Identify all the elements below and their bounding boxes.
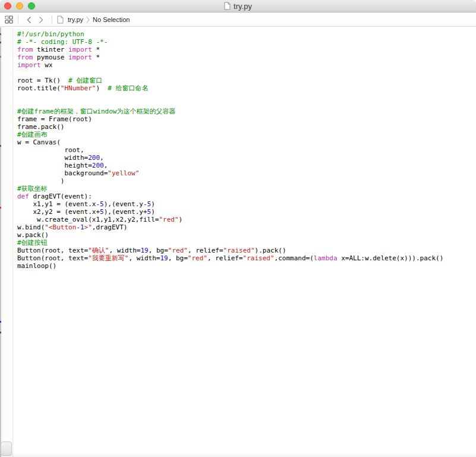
forward-button[interactable] [35, 14, 47, 25]
code-line: x1,y1 = (event.x-5),(event.y-5) [17, 200, 476, 208]
window-title-text: try.py [234, 2, 252, 11]
code-line: Button(root, text="我要重新写", width=19, bg=… [17, 254, 476, 262]
code-line: #!/usr/bin/python [17, 30, 476, 38]
code-line: height=200, [17, 162, 476, 169]
code-line [17, 69, 476, 77]
breakpoint-gutter[interactable] [1, 27, 13, 457]
breadcrumb-file[interactable]: try.py [67, 16, 84, 23]
back-button[interactable] [23, 14, 35, 25]
document-icon [224, 2, 231, 10]
jump-bar: try.py No Selection [0, 13, 476, 27]
traffic-lights [4, 2, 35, 10]
editor-window: try.py try.py [0, 0, 476, 457]
code-line: from tkinter import * [17, 46, 476, 53]
code-line: w = Canvas( [17, 138, 476, 146]
code-line: Button(root, text="确认", width=19, bg="re… [17, 247, 476, 254]
code-line: ) [17, 177, 476, 185]
window-title: try.py [224, 2, 252, 11]
scroll-corner [1, 442, 12, 456]
code-line: root = Tk() # 创建窗口 [17, 77, 476, 84]
code-line [17, 100, 476, 108]
code-line [17, 92, 476, 100]
file-icon [57, 15, 64, 24]
breadcrumb-selection[interactable]: No Selection [92, 16, 131, 23]
code-line: import wx [17, 61, 476, 69]
related-items-icon[interactable] [5, 15, 13, 24]
code-line: w.bind("<Button-1>",dragEVT) [17, 223, 476, 231]
code-line: width=200, [17, 154, 476, 162]
code-line: root, [17, 146, 476, 154]
code-line: w.pack() [17, 231, 476, 239]
code-editor[interactable]: #!/usr/bin/python# -*- coding: UTF-8 -*-… [0, 27, 476, 457]
code-line: frame = Frame(root) [17, 115, 476, 123]
code-line: #创建按钮 [17, 239, 476, 247]
code-line: # -*- coding: UTF-8 -*- [17, 38, 476, 46]
zoom-button[interactable] [28, 2, 35, 10]
code-line: x2,y2 = (event.x+5),(event.y+5) [17, 208, 476, 216]
code-line: w.create_oval(x1,y1,x2,y2,fill="red") [17, 216, 476, 223]
code-line: #创建画布 [17, 131, 476, 138]
close-button[interactable] [4, 2, 11, 10]
jumpbar-divider [52, 15, 52, 24]
breadcrumb-separator-icon [86, 16, 90, 24]
window-titlebar[interactable]: try.py [0, 0, 476, 12]
jumpbar-divider [18, 15, 18, 24]
code-line: root.title("HNumber") # 给窗口命名 [17, 84, 476, 92]
code-line: frame.pack() [17, 123, 476, 131]
code-line: def dragEVT(event): [17, 193, 476, 200]
code-line: background="yellow" [17, 169, 476, 177]
minimize-button[interactable] [16, 2, 23, 10]
code-line: from pymouse import * [17, 53, 476, 61]
code-line: #创建frame的框架，窗口window为这个框架的父容器 [17, 108, 476, 115]
code-line: #获取坐标 [17, 185, 476, 193]
code-content[interactable]: #!/usr/bin/python# -*- coding: UTF-8 -*-… [14, 27, 476, 457]
code-line: mainloop() [17, 262, 476, 270]
